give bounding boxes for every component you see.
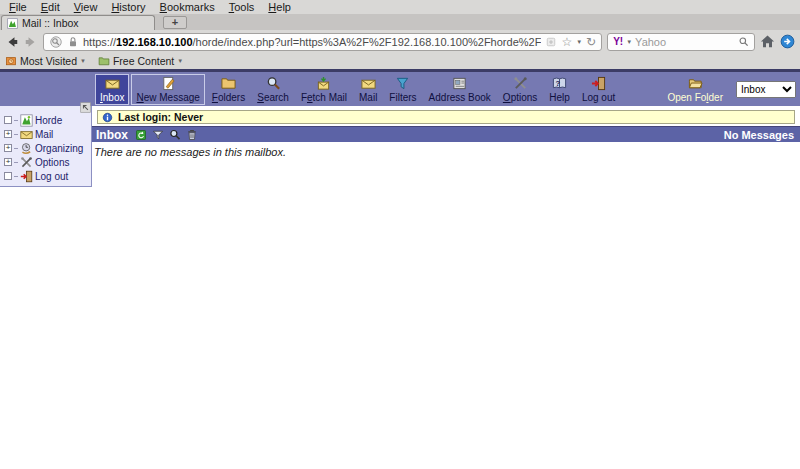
search-box[interactable]: Y! ▼ Yahoo — [607, 33, 755, 51]
trash-icon[interactable] — [186, 129, 198, 141]
toolbar-search[interactable]: Search — [252, 74, 294, 105]
sidebar-item-organizing[interactable]: +Organizing — [0, 141, 91, 155]
dropdown-caret-icon: ▼ — [177, 58, 183, 64]
horde-toolbar-buttons: InboxNew MessageFoldersSearchFetch MailM… — [95, 74, 622, 105]
green-folder-icon — [98, 55, 110, 67]
url-domain: 192.168.10.100 — [116, 36, 192, 48]
menu-file[interactable]: File — [2, 1, 34, 13]
menu-bar: FileEditViewHistoryBookmarksToolsHelp — [0, 0, 800, 14]
sidebar-collapse-button[interactable] — [80, 102, 91, 113]
expand-empty-icon[interactable] — [4, 116, 12, 124]
toolbar-label: Help — [549, 92, 570, 103]
folder-select[interactable]: Inbox — [736, 81, 796, 98]
tab-title: Mail :: Inbox — [22, 17, 79, 29]
expand-plus-icon[interactable]: + — [4, 158, 12, 166]
toolbar-label: Search — [257, 92, 289, 103]
open-folder-button[interactable]: Open Folder — [662, 74, 728, 105]
lock-icon — [67, 36, 79, 48]
tree-connector — [14, 120, 18, 121]
menu-history[interactable]: History — [104, 1, 152, 13]
toolbar-folders[interactable]: Folders — [207, 74, 250, 105]
yahoo-logo: Y! — [613, 36, 623, 47]
openfolder-icon — [688, 76, 703, 91]
toolbar-label: Log out — [582, 92, 615, 103]
toolbar-label: New Message — [136, 92, 199, 103]
toolbar-inbox[interactable]: Inbox — [95, 74, 129, 105]
search-engine-caret-icon[interactable]: ▼ — [626, 39, 632, 45]
home-icon[interactable] — [760, 34, 775, 50]
tree-connector — [14, 134, 18, 135]
addon-icon[interactable] — [780, 34, 795, 50]
options-icon — [20, 156, 33, 169]
toolbar-label: Address Book — [429, 92, 491, 103]
menu-bookmarks[interactable]: Bookmarks — [153, 1, 222, 13]
bookmark-free-content[interactable]: Free Content▼ — [98, 55, 183, 67]
toolbar-label: Inbox — [100, 92, 124, 103]
toolbar-help[interactable]: ?Help — [544, 74, 575, 105]
mailbox-header-actions — [135, 129, 198, 141]
fetchmail-icon — [316, 76, 331, 91]
toolbar-address-book[interactable]: Address Book — [424, 74, 496, 105]
tab-mail-inbox[interactable]: Mail :: Inbox — [1, 15, 155, 30]
dropdown-caret-icon[interactable]: ▼ — [576, 39, 582, 45]
sidebar-item-options[interactable]: +Options — [0, 155, 91, 169]
mailbox-content: Last login: Never Inbox No Messages Ther… — [92, 110, 800, 162]
expand-empty-icon[interactable] — [4, 172, 12, 180]
toolbar-label: Filters — [389, 92, 416, 103]
svg-text:?: ? — [555, 79, 560, 88]
bookmarks-bar: Most Visited▼Free Content▼ — [0, 53, 800, 69]
forward-button[interactable] — [24, 34, 38, 50]
sidebar-item-label: Mail — [35, 129, 53, 140]
horde-icon — [20, 114, 33, 127]
horde-page: InboxNew MessageFoldersSearchFetch MailM… — [0, 72, 800, 162]
back-button[interactable] — [5, 34, 19, 50]
search-dark-icon[interactable] — [169, 129, 181, 141]
menu-edit[interactable]: Edit — [34, 1, 67, 13]
toolbar-label: Options — [503, 92, 537, 103]
compose-icon — [161, 76, 176, 91]
tab-bar: Mail :: Inbox + — [0, 14, 800, 30]
notification-bar: Last login: Never — [97, 110, 795, 124]
filter-icon — [395, 76, 410, 91]
menu-tools[interactable]: Tools — [222, 1, 262, 13]
bookmark-label: Most Visited — [20, 55, 77, 67]
menu-help[interactable]: Help — [261, 1, 298, 13]
dropdown-caret-icon: ▼ — [80, 58, 86, 64]
filter-caret-icon[interactable] — [152, 129, 164, 141]
search-input[interactable]: Yahoo — [635, 36, 735, 48]
toolbar-fetch-mail[interactable]: Fetch Mail — [296, 74, 352, 105]
new-tab-button[interactable]: + — [163, 16, 187, 29]
open-folder-label: Open Folder — [667, 92, 723, 103]
site-identity-icon[interactable] — [49, 35, 63, 49]
tree-connector — [14, 162, 18, 163]
logout-icon — [20, 170, 33, 183]
toolbar-label: Folders — [212, 92, 245, 103]
bookmark-most-visited[interactable]: Most Visited▼ — [5, 55, 86, 67]
horde-toolbar: InboxNew MessageFoldersSearchFetch MailM… — [0, 72, 800, 106]
toolbar-new-message[interactable]: New Message — [131, 74, 204, 105]
tree-connector — [14, 148, 18, 149]
expand-plus-icon[interactable]: + — [4, 144, 12, 152]
toolbar-log-out[interactable]: Log out — [577, 74, 620, 105]
horde-toolbar-right: Open Folder Inbox — [662, 72, 796, 106]
toolbar-filters[interactable]: Filters — [384, 74, 421, 105]
sidebar-item-mail[interactable]: +Mail — [0, 127, 91, 141]
reload-icon[interactable]: ↻ — [586, 36, 596, 48]
toolbar-mail[interactable]: Mail — [354, 74, 382, 105]
mailbox-header: Inbox No Messages — [92, 126, 800, 142]
search-small-icon[interactable] — [738, 36, 749, 47]
toolbar-options[interactable]: Options — [498, 74, 542, 105]
empty-mailbox-message: There are no messages in this mailbox. — [92, 142, 800, 162]
sidebar-item-horde[interactable]: Horde — [0, 113, 91, 127]
bookmark-add-icon[interactable] — [545, 36, 557, 48]
sidebar-item-label: Log out — [35, 171, 68, 182]
menu-view[interactable]: View — [67, 1, 105, 13]
star-icon[interactable]: ☆ — [561, 36, 572, 48]
url-text[interactable]: https://192.168.10.100/horde/index.php?u… — [83, 36, 541, 48]
addressbook-icon — [452, 76, 467, 91]
expand-plus-icon[interactable]: + — [4, 130, 12, 138]
url-bar[interactable]: https://192.168.10.100/horde/index.php?u… — [43, 33, 602, 51]
sidebar-item-log-out[interactable]: Log out — [0, 169, 91, 183]
toolbar-label: Fetch Mail — [301, 92, 347, 103]
refresh-icon[interactable] — [135, 129, 147, 141]
